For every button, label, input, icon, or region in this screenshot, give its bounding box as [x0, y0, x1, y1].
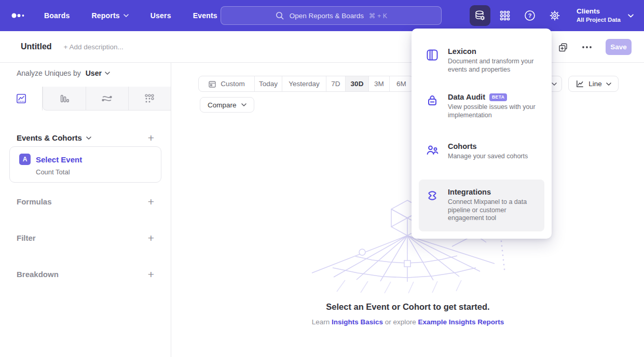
menu-item-description: Manage your saved cohorts [448, 153, 544, 161]
search-placeholder: Open Reports & Boards [290, 12, 364, 20]
menu-item-description: Connect Mixpanel to a data pipeline or c… [448, 198, 544, 223]
date-range-3m[interactable]: 3M [369, 76, 390, 91]
nav-label: Reports [91, 11, 119, 20]
date-range-6m[interactable]: 6M [390, 76, 413, 91]
analyze-prefix-label: Analyze Uniques by [17, 69, 81, 77]
lexicon-icon [426, 47, 439, 83]
cohorts-icon [426, 142, 439, 170]
empty-state-heading: Select an Event or Cohort to get started… [172, 302, 644, 312]
tab-bar-chart[interactable] [43, 87, 85, 111]
integrations-icon [426, 188, 439, 226]
date-range-yesterday[interactable]: Yesterday [282, 76, 326, 91]
select-event-card[interactable]: A Select Event Count Total [9, 146, 161, 183]
select-event-label: Select Event [36, 155, 82, 164]
bar-chart-tab-icon [59, 93, 70, 104]
nav-item-boards[interactable]: Boards [44, 11, 70, 20]
formulas-header: Formulas [17, 197, 52, 206]
nav-item-reports[interactable]: Reports [91, 11, 128, 20]
chevron-down-icon [552, 83, 557, 86]
add-formula-button[interactable]: + [148, 196, 154, 207]
date-range-today[interactable]: Today [255, 76, 282, 91]
report-title[interactable]: Untitled [21, 42, 52, 51]
date-range-7d[interactable]: 7D [326, 76, 346, 91]
filter-header: Filter [17, 234, 36, 242]
help-button[interactable]: ? [519, 5, 540, 26]
gear-icon [549, 10, 560, 21]
beta-badge: BETA [489, 93, 508, 101]
menu-item-title: Data Audit [448, 93, 485, 101]
svg-text:?: ? [528, 12, 532, 19]
count-total-label[interactable]: Count Total [36, 168, 161, 176]
analyze-by-dropdown[interactable]: User [86, 69, 110, 77]
chevron-down-icon [86, 136, 91, 140]
chevron-down-icon [628, 14, 634, 18]
data-management-menu: Lexicon Document and transform your even… [412, 29, 552, 239]
nav-label: Events [193, 11, 217, 20]
compare-label: Compare [208, 101, 237, 109]
menu-item-title: Lexicon [448, 47, 476, 56]
event-series-badge: A [19, 154, 31, 165]
chart-style-dropdown[interactable]: Line [568, 76, 619, 92]
flow-tab-icon [101, 93, 113, 104]
project-scope: All Project Data [577, 16, 621, 23]
menu-item-title: Integrations [448, 188, 491, 196]
line-chart-icon [576, 79, 584, 88]
save-button[interactable]: Save [606, 39, 632, 55]
add-filter-button[interactable]: + [148, 232, 154, 243]
search-shortcut: ⌘ + K [369, 12, 387, 20]
chart-style-label: Line [588, 80, 602, 88]
menu-item-data-audit[interactable]: Data Audit BETA View possible issues wit… [419, 88, 544, 137]
nav-label: Boards [44, 11, 70, 20]
nav-item-events[interactable]: Events [193, 11, 217, 20]
top-navbar: Boards Reports Users Events Open Reports… [0, 0, 644, 31]
duplicate-button[interactable] [558, 42, 568, 52]
line-chart-tab-icon [16, 93, 27, 104]
add-description-field[interactable]: + Add description... [64, 43, 124, 51]
calendar-icon [208, 80, 216, 88]
date-range-control: Custom Today Yesterday 7D 30D 3M 6M [198, 76, 414, 92]
help-icon: ? [524, 10, 536, 21]
nav-item-users[interactable]: Users [150, 11, 171, 20]
tab-insights-line[interactable] [0, 87, 43, 111]
menu-item-integrations[interactable]: Integrations Connect Mixpanel to a data … [419, 180, 544, 231]
date-range-custom[interactable]: Custom [199, 76, 255, 91]
settings-button[interactable] [544, 5, 565, 26]
example-reports-link[interactable]: Example Insights Reports [418, 318, 504, 326]
add-breakdown-button[interactable]: + [148, 269, 154, 280]
grid-icon [499, 10, 511, 21]
query-builder-sidebar: Analyze Uniques by User [0, 63, 171, 357]
events-cohorts-header[interactable]: Events & Cohorts [17, 133, 91, 142]
breakdown-header: Breakdown [17, 270, 59, 279]
compare-dropdown[interactable]: Compare [200, 97, 254, 113]
events-cohorts-label: Events & Cohorts [17, 133, 82, 142]
menu-item-description: View possible issues with your implement… [448, 103, 544, 119]
apps-grid-button[interactable] [495, 5, 515, 26]
add-event-button[interactable]: + [148, 132, 154, 143]
menu-item-cohorts[interactable]: Cohorts Manage your saved cohorts [419, 137, 544, 175]
copy-plus-icon [558, 42, 568, 52]
menu-item-lexicon[interactable]: Lexicon Document and transform your even… [419, 42, 544, 88]
database-gear-icon [474, 10, 486, 21]
chevron-down-icon [606, 83, 611, 86]
menu-item-title: Cohorts [448, 142, 477, 150]
more-options-button[interactable] [582, 46, 592, 49]
tab-retention[interactable] [128, 87, 171, 111]
data-audit-icon [426, 93, 439, 132]
menu-item-description: Document and transform your events and p… [448, 58, 544, 74]
chevron-down-icon [105, 72, 110, 75]
data-management-button[interactable] [470, 5, 490, 26]
ellipsis-icon [582, 46, 592, 49]
project-selector[interactable]: Clients All Project Data [577, 7, 634, 23]
chart-type-tabs [0, 87, 171, 111]
mixpanel-logo-icon[interactable] [11, 11, 27, 20]
global-search-input[interactable]: Open Reports & Boards ⌘ + K [221, 6, 442, 25]
date-range-30d[interactable]: 30D [346, 76, 369, 91]
tab-flow[interactable] [86, 87, 128, 111]
nav-label: Users [150, 11, 171, 20]
insights-report-page: Boards Reports Users Events Open Reports… [0, 0, 644, 357]
retention-tab-icon [144, 93, 155, 104]
project-name: Clients [577, 7, 621, 16]
insights-basics-link[interactable]: Insights Basics [332, 318, 383, 326]
analyze-value: User [86, 69, 102, 77]
middle-text: or explore [385, 318, 416, 326]
